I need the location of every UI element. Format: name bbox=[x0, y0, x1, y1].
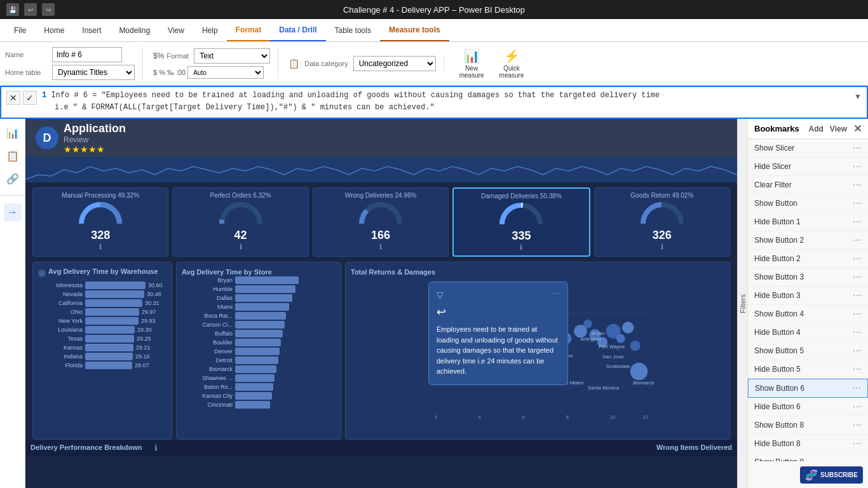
bookmarks-add-btn[interactable]: Add bbox=[809, 125, 824, 133]
bookmark-item[interactable]: Hide Button 2⋯ bbox=[748, 250, 868, 268]
filters-tab[interactable]: Filters bbox=[737, 119, 747, 488]
new-measure-button[interactable]: 📊 Newmeasure bbox=[454, 46, 489, 81]
bookmarks-view-btn[interactable]: View bbox=[830, 125, 847, 133]
bookmark-dots[interactable]: ⋯ bbox=[853, 346, 862, 356]
bookmark-dots[interactable]: ⋯ bbox=[853, 143, 862, 153]
tab-home[interactable]: Home bbox=[35, 19, 73, 41]
bookmark-dots[interactable]: ⋯ bbox=[853, 290, 862, 301]
store-label: Carson Ci... bbox=[182, 322, 233, 328]
bookmark-item[interactable]: Show Button 3⋯ bbox=[748, 268, 868, 287]
store-label: Boulder bbox=[182, 339, 233, 346]
kpi-manual-processing[interactable]: Manual Processing 49.32% 328 ℹ bbox=[32, 187, 168, 257]
kpi-damaged-deliveries[interactable]: Damaged Deliveries 50.38% 335 ℹ bbox=[452, 187, 590, 257]
store-label: Detroit bbox=[182, 357, 233, 363]
bookmark-item[interactable]: Show Button⋯ bbox=[748, 194, 868, 213]
bookmark-item[interactable]: Show Button 8⋯ bbox=[748, 416, 868, 435]
warehouse-row: Louisiana29.30 bbox=[38, 326, 166, 334]
left-sidebar: 📊 📋 🔗 → bbox=[0, 119, 25, 488]
home-table-dropdown[interactable]: Dynamic Titles bbox=[52, 65, 135, 80]
sidebar-report-icon[interactable]: 📊 bbox=[4, 124, 22, 142]
kpi-goods-return[interactable]: Goods Return 49.02% 326 ℹ bbox=[594, 187, 730, 257]
bookmark-item[interactable]: Hide Button 4⋯ bbox=[748, 323, 868, 342]
warehouse-row: Kansas29.21 bbox=[38, 344, 166, 351]
bookmark-label: Hide Button 2 bbox=[754, 254, 801, 263]
formula-close-btn[interactable]: ✕ bbox=[6, 91, 20, 105]
bookmark-dots[interactable]: ⋯ bbox=[853, 309, 862, 319]
bookmark-dots[interactable]: ⋯ bbox=[853, 180, 862, 190]
sidebar-data-icon[interactable]: 📋 bbox=[4, 147, 22, 165]
tooltip-menu-icon[interactable]: ⋯ bbox=[553, 290, 560, 298]
bookmark-item[interactable]: Show Button 2⋯ bbox=[748, 231, 868, 250]
bookmark-item[interactable]: Show Button 6⋯ bbox=[748, 379, 868, 398]
data-category-dropdown[interactable]: Uncategorized bbox=[353, 56, 436, 71]
warehouse-val: 29.30 bbox=[137, 327, 152, 333]
bookmark-dots[interactable]: ⋯ bbox=[853, 254, 862, 264]
store-row: Detroit bbox=[182, 356, 336, 364]
bookmark-label: Hide Button 1 bbox=[754, 217, 801, 226]
chart-total-returns[interactable]: Total Returns & Damages Total Damage bbox=[345, 262, 730, 440]
bookmark-item[interactable]: Hide Button 6⋯ bbox=[748, 398, 868, 416]
tab-help[interactable]: Help bbox=[193, 19, 227, 41]
subscribe-btn[interactable]: 🧬 SUBSCRIBE bbox=[800, 466, 863, 484]
chart-avg-store[interactable]: Avg Delivery Time by Store BryanHumbleDa… bbox=[176, 262, 341, 440]
bookmark-dots[interactable]: ⋯ bbox=[853, 217, 862, 227]
warehouse-val: 29.16 bbox=[135, 353, 150, 360]
save-icon[interactable]: 💾 bbox=[6, 3, 19, 16]
bookmark-item[interactable]: Clear Filter⋯ bbox=[748, 176, 868, 194]
tooltip-back-icon[interactable]: ↩ bbox=[437, 305, 446, 319]
format-dropdown[interactable]: Text bbox=[194, 48, 270, 64]
tab-table-tools[interactable]: Table tools bbox=[326, 19, 380, 41]
store-bar bbox=[235, 285, 295, 293]
bookmark-label: Show Button 5 bbox=[754, 346, 804, 355]
store-row: Boulder bbox=[182, 339, 336, 346]
auto-dropdown[interactable]: Auto bbox=[187, 66, 264, 79]
tab-data-drill[interactable]: Data / Drill bbox=[270, 19, 325, 41]
formula-confirm-btn[interactable]: ✓ bbox=[23, 91, 37, 105]
quick-measure-button[interactable]: ⚡ Quickmeasure bbox=[494, 46, 529, 81]
tab-file[interactable]: File bbox=[5, 19, 35, 41]
tooltip-filter-icon[interactable]: ▽ bbox=[437, 290, 444, 300]
bookmark-item[interactable]: Show Button 5⋯ bbox=[748, 342, 868, 360]
ribbon-content: Name Home table Dynamic Titles $% Format bbox=[0, 42, 868, 85]
bookmark-item[interactable]: Hide Button 3⋯ bbox=[748, 287, 868, 305]
tab-insert[interactable]: Insert bbox=[73, 19, 110, 41]
bookmark-item[interactable]: Show Slicer⋯ bbox=[748, 139, 868, 158]
name-input[interactable] bbox=[52, 47, 122, 62]
bookmark-item[interactable]: Hide Button 8⋯ bbox=[748, 435, 868, 453]
bookmark-dots[interactable]: ⋯ bbox=[853, 272, 862, 282]
bookmark-label: Hide Button 6 bbox=[754, 402, 801, 411]
tab-view[interactable]: View bbox=[159, 19, 193, 41]
bookmark-dots[interactable]: ⋯ bbox=[853, 235, 862, 245]
bookmark-item[interactable]: Hide Slicer⋯ bbox=[748, 158, 868, 176]
bookmark-item[interactable]: Hide Button 5⋯ bbox=[748, 360, 868, 379]
bookmark-dots[interactable]: ⋯ bbox=[852, 383, 861, 393]
sidebar-arrow-left[interactable]: → bbox=[4, 203, 22, 221]
tab-format[interactable]: Format bbox=[227, 19, 271, 41]
bookmark-dots[interactable]: ⋯ bbox=[853, 327, 862, 337]
bookmark-dots[interactable]: ⋯ bbox=[853, 161, 862, 172]
bookmark-dots[interactable]: ⋯ bbox=[853, 457, 862, 461]
bookmarks-close-btn[interactable]: ✕ bbox=[853, 123, 862, 135]
kpi-wrong-deliveries[interactable]: Wrong Deliveries 24.96% 166 ℹ bbox=[313, 187, 449, 257]
bookmark-dots[interactable]: ⋯ bbox=[853, 198, 862, 208]
sidebar-model-icon[interactable]: 🔗 bbox=[4, 170, 22, 187]
tab-modeling[interactable]: Modeling bbox=[110, 19, 159, 41]
chart-avg-warehouse[interactable]: → Avg Delivery Time by Warehouse Minneso… bbox=[32, 262, 172, 440]
formula-text-content: Info # 6 = "Employees need to be trained… bbox=[51, 91, 660, 100]
tab-measure-tools[interactable]: Measure tools bbox=[380, 19, 449, 41]
bookmark-dots[interactable]: ⋯ bbox=[853, 420, 862, 430]
store-row: Denver bbox=[182, 348, 336, 355]
ribbon-group-name: Name Home table Dynamic Titles bbox=[5, 47, 143, 80]
undo-icon[interactable]: ↩ bbox=[24, 3, 37, 16]
bookmark-dots[interactable]: ⋯ bbox=[853, 402, 862, 412]
bookmark-item[interactable]: Show Button 9⋯ bbox=[748, 453, 868, 461]
kpi-perfect-orders[interactable]: Perfect Orders 6.32% 42 ℹ bbox=[172, 187, 308, 257]
formula-content: 1 Info # 6 = "Employees need to be train… bbox=[42, 90, 862, 114]
bookmark-dots[interactable]: ⋯ bbox=[853, 438, 862, 449]
bookmark-item[interactable]: Hide Button 1⋯ bbox=[748, 213, 868, 231]
redo-icon[interactable]: ↪ bbox=[42, 3, 55, 16]
bookmark-item[interactable]: Show Button 4⋯ bbox=[748, 305, 868, 323]
store-bar bbox=[235, 339, 281, 346]
bookmark-dots[interactable]: ⋯ bbox=[853, 364, 862, 374]
formula-expand-btn[interactable]: ▼ bbox=[854, 92, 862, 101]
